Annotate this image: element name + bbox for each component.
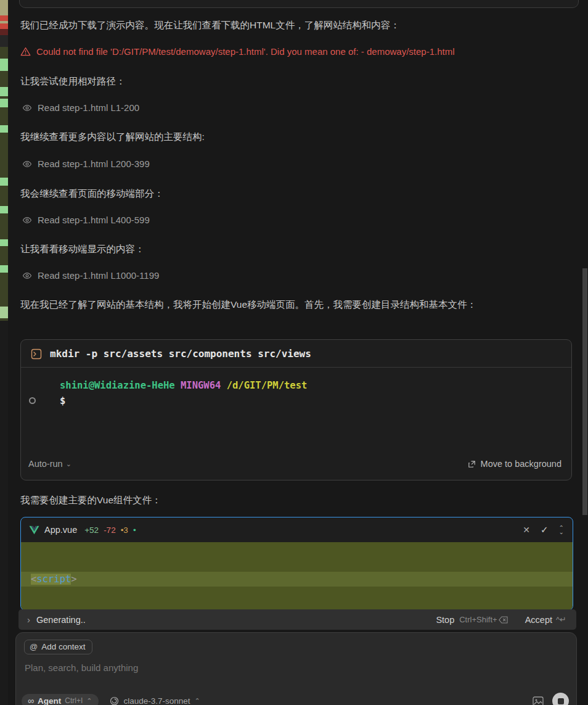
modified-dot: • — [133, 526, 136, 535]
agent-shortcut: Ctrl+I — [65, 696, 83, 705]
assistant-paragraph: 我需要创建主要的Vue组件文件： — [20, 493, 575, 507]
generating-collapse[interactable]: › Generating.. — [27, 614, 86, 625]
chevron-right-icon: › — [27, 614, 30, 625]
editor-minimap-strip — [0, 0, 8, 705]
move-to-background-label: Move to background — [481, 459, 561, 469]
assistant-paragraph: 让我尝试使用相对路径： — [20, 75, 575, 88]
assistant-paragraph: 我们已经成功下载了演示内容。现在让我们查看下载的HTML文件，了解网站结构和内容… — [20, 19, 575, 32]
agent-mode-label: Agent — [38, 696, 61, 705]
assistant-paragraph: 让我看看移动端显示的内容： — [20, 242, 575, 256]
read-file-row[interactable]: Read step-1.html L1000-1199 — [22, 270, 159, 281]
terminal-prompt-line: shini@Widiazine-HeHe MINGW64 /d/GIT/PM/t… — [60, 378, 561, 394]
external-link-icon — [467, 460, 476, 469]
accept-diff-icon[interactable]: ✓ — [541, 524, 549, 535]
stop-shortcut: Ctrl+Shift+ — [459, 615, 507, 624]
eye-icon — [22, 271, 32, 281]
read-file-row[interactable]: Read step-1.html L1-200 — [22, 102, 139, 113]
read-file-label: Read step-1.html L1-200 — [38, 102, 139, 113]
spinner-icon — [29, 397, 36, 404]
read-file-label: Read step-1.html L200-399 — [38, 159, 150, 169]
lines-added: +52 — [84, 526, 99, 535]
assistant-paragraph: 我会继续查看页面的移动端部分： — [20, 187, 575, 200]
diff-header[interactable]: App.vue +52 -72 •3 • ✕ ✓ ⌃⌄ — [21, 517, 573, 542]
chat-composer: @ Add context ∞ Agent Ctrl+I ⌃ claude-3.… — [15, 632, 577, 705]
eye-icon — [22, 103, 32, 113]
diff-filename: App.vue — [44, 525, 77, 535]
model-icon — [110, 696, 119, 705]
model-selector-dropdown[interactable]: claude-3.7-sonnet ⌃ — [110, 696, 200, 705]
problem-count: •3 — [121, 526, 128, 535]
error-text: Could not find file 'D:/GIT/PM/test/demo… — [36, 46, 455, 57]
read-file-label: Read step-1.html L400-599 — [38, 215, 150, 225]
code-line: <script> — [21, 572, 573, 587]
terminal-icon — [31, 348, 42, 360]
add-context-label: Add context — [41, 642, 85, 651]
assistant-paragraph: 现在我已经了解了网站的基本结构，我将开始创建Vue移动端页面。首先，我需要创建目… — [20, 298, 575, 311]
auto-run-dropdown[interactable]: Auto-run ⌄ — [28, 459, 71, 469]
terminal-command-row[interactable]: mkdir -p src/assets src/components src/v… — [21, 340, 571, 368]
image-attach-icon[interactable] — [533, 696, 544, 705]
terminal-command: mkdir -p src/assets src/components src/v… — [50, 348, 311, 360]
add-context-button[interactable]: @ Add context — [24, 640, 92, 654]
auto-run-label: Auto-run — [28, 459, 63, 469]
infinity-icon: ∞ — [28, 697, 34, 704]
generating-status-bar: › Generating.. Stop Ctrl+Shift+ Accept ^… — [18, 609, 576, 630]
stop-button[interactable]: Stop — [436, 615, 454, 625]
read-file-label: Read step-1.html L1000-1199 — [38, 270, 159, 281]
terminal-output: shini@Widiazine-HeHe MINGW64 /d/GIT/PM/t… — [21, 368, 571, 409]
assistant-paragraph: 我继续查看更多内容以了解网站的主要结构: — [20, 130, 575, 144]
read-file-row[interactable]: Read step-1.html L200-399 — [22, 159, 150, 169]
accept-button[interactable]: Accept — [525, 615, 552, 625]
expand-collapse-icon[interactable]: ⌃⌄ — [559, 526, 564, 534]
composer-input[interactable] — [25, 662, 561, 673]
agent-mode-dropdown[interactable]: ∞ Agent Ctrl+I ⌃ — [22, 694, 99, 705]
terminal-dollar-line: $ — [60, 394, 561, 409]
previous-block-partial — [19, 0, 579, 8]
lines-removed: -72 — [104, 526, 116, 535]
stop-square-icon — [558, 698, 564, 704]
vue-logo-icon — [29, 526, 39, 535]
code-diff-block: App.vue +52 -72 •3 • ✕ ✓ ⌃⌄ <script> imp… — [20, 517, 573, 611]
at-icon: @ — [30, 642, 38, 651]
backspace-icon — [499, 616, 508, 624]
eye-icon — [22, 215, 32, 225]
read-file-row[interactable]: Read step-1.html L400-599 — [22, 215, 150, 225]
accept-shortcut: ^↵ — [556, 615, 566, 624]
generating-label: Generating.. — [36, 615, 86, 625]
terminal-block: mkdir -p src/assets src/components src/v… — [20, 339, 572, 480]
diff-code-preview: <script> import Header from './component… — [21, 542, 573, 611]
eye-icon — [22, 159, 32, 169]
reject-diff-icon[interactable]: ✕ — [523, 525, 530, 535]
warning-icon — [20, 47, 31, 56]
move-to-background-button[interactable]: Move to background — [467, 459, 561, 469]
error-message: Could not find file 'D:/GIT/PM/test/demo… — [20, 46, 455, 57]
model-name: claude-3.7-sonnet — [123, 696, 190, 705]
chevron-down-icon: ⌄ — [66, 460, 71, 468]
scrollbar-thumb[interactable] — [582, 268, 587, 515]
chevron-up-icon: ⌃ — [86, 697, 92, 705]
chevron-up-icon: ⌃ — [195, 697, 200, 705]
stop-generation-button[interactable] — [552, 693, 569, 705]
